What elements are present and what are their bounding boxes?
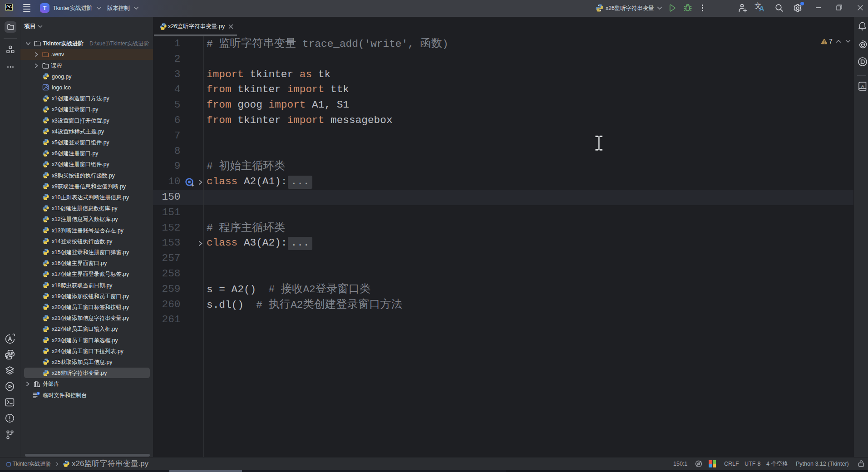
- svg-text:A: A: [861, 84, 864, 88]
